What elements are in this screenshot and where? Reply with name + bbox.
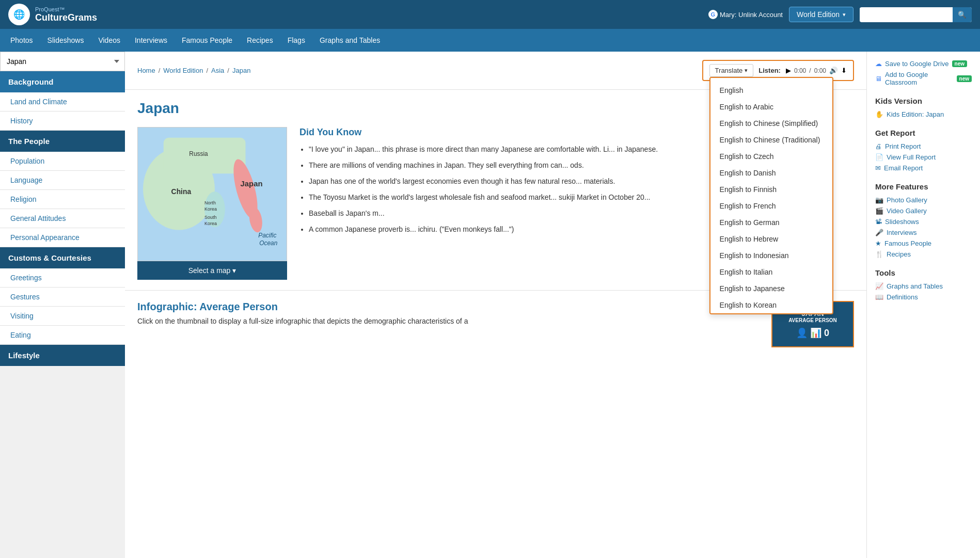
lang-chinese-traditional[interactable]: English to Chinese (Traditional)	[710, 132, 832, 148]
lang-korean[interactable]: English to Korean	[710, 297, 832, 313]
lang-danish[interactable]: English to Danish	[710, 165, 832, 181]
lang-italian[interactable]: English to Italian	[710, 264, 832, 280]
lang-indonesian[interactable]: English to Indonesian	[710, 247, 832, 264]
translate-dropdown: English English to Arabic English to Chi…	[709, 77, 833, 314]
lang-polish[interactable]: English to Polish	[710, 313, 832, 314]
lang-finnish[interactable]: English to Finnish	[710, 181, 832, 198]
lang-arabic[interactable]: English to Arabic	[710, 99, 832, 115]
lang-hebrew[interactable]: English to Hebrew	[710, 231, 832, 247]
lang-chinese-simplified[interactable]: English to Chinese (Simplified)	[710, 115, 832, 132]
lang-french[interactable]: English to French	[710, 198, 832, 214]
lang-czech[interactable]: English to Czech	[710, 148, 832, 165]
lang-german[interactable]: English to German	[710, 214, 832, 231]
lang-japanese[interactable]: English to Japanese	[710, 280, 832, 297]
lang-english[interactable]: English	[710, 82, 832, 99]
